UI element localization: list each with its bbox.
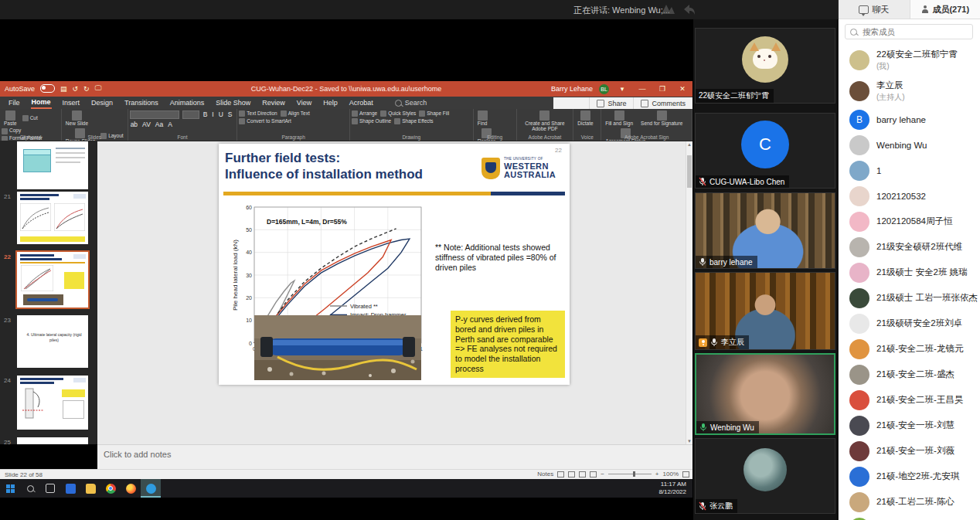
button-copy[interactable]: Copy	[2, 128, 21, 134]
minimize-button[interactable]: —	[635, 85, 649, 93]
member-search[interactable]	[845, 24, 973, 39]
editor-scrollbar[interactable]: ▲ ▼	[686, 141, 692, 444]
slide-thumbnail[interactable]	[17, 141, 88, 189]
ribbon-search[interactable]: Search	[395, 99, 427, 107]
font-size-box[interactable]	[182, 110, 199, 119]
ribbon-options-icon[interactable]: ▾	[615, 85, 629, 93]
button-text-direction[interactable]: Text Direction	[239, 110, 277, 117]
slide-thumbnail-23[interactable]: 4. Ultimate lateral capacity (rigid pile…	[17, 315, 88, 368]
member-row[interactable]: 22硕安全二班郁宁霄(我)	[839, 45, 980, 76]
button-find[interactable]: Find	[475, 110, 490, 127]
account-avatar[interactable]: BL	[599, 84, 609, 94]
member-row[interactable]: Bbarry lehane	[839, 107, 980, 132]
video-tile-2[interactable]: CCUG-UWA-Libo Chen	[695, 113, 835, 189]
member-row[interactable]: 21级硕士 工岩一班张依杰	[839, 285, 980, 311]
ribbon-tab-transitions[interactable]: Transitions	[124, 97, 159, 108]
button-shape-fill[interactable]: Shape Fill	[419, 110, 449, 117]
firefox-icon[interactable]	[121, 479, 141, 498]
video-tile-3[interactable]: barry lehane	[695, 192, 835, 269]
font-ctrl-a[interactable]: A	[167, 121, 173, 128]
font-ctrl-aa[interactable]: Aa	[155, 121, 164, 128]
scroll-up-icon[interactable]: ▲	[686, 142, 692, 147]
notes-pane[interactable]: Click to add notes	[97, 444, 692, 469]
member-row[interactable]: 21硕-安全一班-刘慧	[839, 413, 980, 438]
font-ctrl-i[interactable]: I	[211, 110, 214, 119]
member-row[interactable]: 21级硕士 安全2班 姚瑞	[839, 260, 980, 285]
search-input[interactable]	[861, 26, 957, 37]
zoom-slider[interactable]	[608, 474, 652, 474]
button-arrange[interactable]: Arrange	[352, 110, 377, 117]
ribbon-tab-animations[interactable]: Animations	[169, 97, 206, 108]
font-ctrl-b[interactable]: B	[202, 110, 209, 119]
font-ctrl-u[interactable]: U	[218, 110, 224, 119]
ribbon-tab-home[interactable]: Home	[31, 97, 52, 109]
member-row[interactable]: 21硕-工岩二班-陈心	[839, 489, 980, 515]
slide-thumbnail-panel[interactable]: 2122234. Ultimate lateral capacity (rigi…	[0, 141, 97, 444]
tab-chat[interactable]: 聊天	[839, 0, 910, 19]
button-shape-effects[interactable]: Shape Effects	[394, 118, 433, 124]
slide-canvas[interactable]: Further field tests: Influence of instal…	[219, 144, 570, 385]
button-align-text[interactable]: Align Text	[281, 110, 310, 117]
font-name-box[interactable]	[130, 110, 179, 119]
button-dictate[interactable]: Dictate	[575, 110, 595, 127]
member-row[interactable]: 21级安全硕研2班代维	[839, 234, 980, 260]
button-quick-styles[interactable]: Quick Styles	[380, 110, 416, 117]
member-row[interactable]: 21硕-安全二班-盛杰	[839, 362, 980, 387]
ribbon-tab-insert[interactable]: Insert	[62, 97, 81, 108]
ribbon-tab-review[interactable]: Review	[261, 97, 286, 108]
member-row[interactable]: 21级硕研安全2班刘卓	[839, 311, 980, 336]
ribbon-tab-help[interactable]: Help	[322, 97, 339, 108]
taskbar-clock[interactable]: 11:17 AM 8/12/2022	[658, 481, 686, 496]
button-paste[interactable]: Paste	[2, 110, 19, 127]
member-row[interactable]: 21硕-安全一班-刘薇	[839, 438, 980, 464]
meeting-app-icon[interactable]	[141, 479, 161, 498]
member-row[interactable]: 21硕-地空2班-尤安琪	[839, 464, 980, 489]
font-ctrl-ab[interactable]: ab	[130, 121, 138, 128]
member-row[interactable]: 21硕-安全二班-龙镜元	[839, 336, 980, 362]
video-tile-5[interactable]: Wenbing Wu	[695, 353, 835, 435]
video-tile-6[interactable]: 张云鹏	[695, 438, 835, 514]
slide-thumbnail-22[interactable]	[17, 252, 88, 308]
scrollbar-thumb[interactable]	[687, 155, 692, 188]
button-create-and-share-adobe-pdf[interactable]: Create and Share Adobe PDF	[519, 110, 572, 132]
ribbon-tab-view[interactable]: View	[296, 97, 312, 108]
account-name[interactable]: Barry Lehane	[551, 85, 593, 93]
font-ctrl-s[interactable]: S	[227, 110, 233, 119]
reading-view-icon[interactable]	[579, 471, 586, 478]
video-tile-1[interactable]: 22硕安全二班郁宁霄	[695, 28, 835, 104]
zoom-out-button[interactable]: −	[601, 471, 604, 478]
start-button[interactable]	[0, 479, 20, 498]
taskbar-search-icon[interactable]	[20, 479, 40, 498]
button-new-slide[interactable]: New Slide	[63, 110, 90, 127]
reply-arrow-icon[interactable]	[680, 3, 697, 15]
comments-button[interactable]: Comments	[633, 97, 692, 109]
member-row[interactable]: 1202120532	[839, 183, 980, 209]
member-row[interactable]: 1	[839, 158, 980, 183]
slideshow-icon[interactable]	[590, 471, 597, 478]
button-cut[interactable]: Cut	[22, 110, 38, 127]
slide-thumbnail-25[interactable]	[17, 437, 88, 444]
button-shape-outline[interactable]: Shape Outline	[352, 118, 391, 124]
normal-view-icon[interactable]	[557, 471, 564, 478]
chrome-icon[interactable]	[100, 479, 121, 498]
scroll-down-icon[interactable]: ▼	[686, 439, 692, 444]
zoom-level[interactable]: 100%	[663, 471, 679, 478]
ribbon-tab-acrobat[interactable]: Acrobat	[349, 97, 374, 108]
member-list[interactable]: 22硕安全二班郁宁霄(我)李立辰(主持人)Bbarry lehaneWenbin…	[839, 45, 980, 520]
slide-thumbnail-24[interactable]	[17, 376, 88, 430]
button-send-for-signature[interactable]: Send for Signature	[638, 110, 685, 127]
taskbar-app-blue-icon[interactable]	[60, 479, 80, 498]
fit-window-icon[interactable]	[682, 471, 689, 478]
ribbon-tab-design[interactable]: Design	[90, 97, 114, 108]
zoom-in-button[interactable]: +	[655, 471, 659, 478]
member-row[interactable]: 1202120584周子恒	[839, 209, 980, 234]
close-button[interactable]: ✕	[675, 85, 689, 93]
slide-sorter-icon[interactable]	[568, 471, 575, 478]
member-row[interactable]: 21硕-安全二班-王昌昊	[839, 387, 980, 413]
share-button[interactable]: Share	[589, 97, 633, 109]
file-explorer-icon[interactable]	[80, 479, 100, 498]
slide-thumbnail-21[interactable]	[17, 192, 88, 244]
restore-button[interactable]: ❐	[655, 85, 669, 93]
video-tile-4[interactable]: 李立辰	[695, 272, 835, 350]
member-row[interactable]: Wenbing Wu	[839, 132, 980, 158]
